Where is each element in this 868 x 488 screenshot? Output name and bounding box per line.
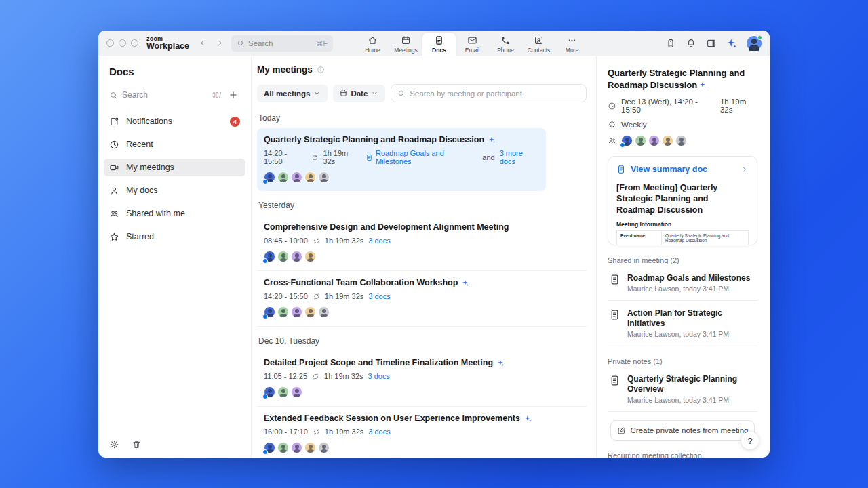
doc-preview-title: [From Meeting] Quarterly Strategic Plann… bbox=[616, 182, 749, 216]
minimize-window-button[interactable] bbox=[119, 39, 126, 47]
more-docs-link[interactable]: 3 more docs bbox=[500, 149, 539, 165]
tab-docs[interactable]: Docs bbox=[422, 33, 456, 56]
tab-meetings[interactable]: Meetings bbox=[389, 33, 422, 56]
traffic-lights[interactable] bbox=[106, 39, 138, 47]
sidebar-search-shortcut: ⌘/ bbox=[212, 91, 221, 99]
details-recurrence: Weekly bbox=[621, 121, 647, 129]
tab-home[interactable]: Home bbox=[356, 33, 389, 56]
nav-forward-button[interactable] bbox=[214, 37, 226, 49]
participant-avatars bbox=[264, 171, 539, 183]
tab-contacts[interactable]: Contacts bbox=[522, 33, 555, 56]
avatar bbox=[264, 171, 275, 183]
doc-item-meta: Maurice Lawson, today 3:41 PM bbox=[627, 330, 756, 338]
details-title: Quarterly Strategic Planning and Roadmap… bbox=[608, 67, 757, 91]
sidebar-item-label: My docs bbox=[126, 186, 158, 195]
global-search-input[interactable] bbox=[248, 39, 296, 47]
connected-device-icon[interactable] bbox=[665, 38, 676, 49]
meeting-title: Detailed Project Scope and Timeline Fina… bbox=[264, 358, 493, 367]
doc-icon bbox=[366, 154, 373, 161]
sidebar-item-notifications[interactable]: Notifications 4 bbox=[104, 113, 245, 130]
doc-link[interactable]: Roadmap Goals and Milestones bbox=[366, 149, 477, 165]
host-badge bbox=[262, 394, 268, 399]
doc-item-title: Action Plan for Strategic Initiatives bbox=[627, 308, 756, 328]
sidebar-item-my-meetings[interactable]: My meetings bbox=[104, 159, 245, 176]
help-button[interactable]: ? bbox=[741, 432, 759, 449]
calendar-icon bbox=[340, 89, 347, 97]
tab-contacts-label: Contacts bbox=[528, 47, 551, 54]
host-badge bbox=[620, 142, 625, 148]
settings-gear-icon[interactable] bbox=[109, 439, 119, 449]
details-avatars bbox=[621, 135, 689, 146]
zoom-workplace-logo: zoom Workplace bbox=[146, 36, 189, 51]
sidebar-search-input[interactable] bbox=[122, 90, 183, 100]
avatar bbox=[304, 171, 316, 183]
avatar bbox=[264, 251, 275, 262]
recurring-icon bbox=[313, 428, 320, 436]
avatar bbox=[277, 251, 289, 262]
ai-companion-icon[interactable] bbox=[726, 38, 737, 49]
filter-date-label: Date bbox=[351, 89, 368, 98]
meeting-card[interactable]: Cross-Functional Team Collaboration Work… bbox=[257, 271, 587, 327]
shared-in-meeting-header: Shared in meeting (2) bbox=[608, 256, 757, 264]
filter-all-meetings-label: All meetings bbox=[264, 89, 310, 98]
trash-icon[interactable] bbox=[132, 439, 142, 449]
app-tabs: Home Meetings Docs Email Phone Contacts bbox=[356, 30, 589, 56]
pencil-square-icon bbox=[617, 426, 626, 435]
sidebar-search[interactable]: ⌘/ bbox=[109, 90, 221, 100]
tab-phone[interactable]: Phone bbox=[489, 33, 522, 56]
recurring-collection-header: Recurring meeting collection bbox=[608, 451, 757, 458]
presence-dot bbox=[757, 35, 762, 40]
docs-link[interactable]: 3 docs bbox=[368, 237, 390, 245]
close-window-button[interactable] bbox=[106, 39, 114, 47]
meeting-time: 08:45 - 10:00 bbox=[264, 237, 308, 245]
docs-link[interactable]: 3 docs bbox=[368, 292, 390, 300]
zoom-window-button[interactable] bbox=[131, 39, 138, 47]
bell-icon[interactable] bbox=[686, 38, 696, 49]
shared-doc-item[interactable]: Action Plan for Strategic Initiatives Ma… bbox=[608, 301, 757, 346]
filter-all-meetings[interactable]: All meetings bbox=[257, 85, 328, 102]
meeting-time: 11:05 - 12:25 bbox=[264, 372, 307, 380]
ai-sparkle-icon bbox=[462, 279, 469, 287]
meeting-card-selected[interactable]: Quarterly Strategic Planning and Roadmap… bbox=[257, 128, 546, 191]
meeting-details-panel: Quarterly Strategic Planning and Roadmap… bbox=[597, 56, 770, 458]
help-label: ? bbox=[747, 436, 752, 446]
meeting-duration: 1h 19m 32s bbox=[323, 149, 361, 165]
sidebar-item-my-docs[interactable]: My docs bbox=[104, 182, 245, 199]
view-summary-doc-link[interactable]: View summary doc bbox=[616, 165, 749, 174]
tab-phone-label: Phone bbox=[497, 47, 514, 54]
view-summary-doc-label: View summary doc bbox=[631, 165, 707, 174]
sidebar-item-shared-with-me[interactable]: Shared with me bbox=[104, 205, 245, 222]
private-note-item[interactable]: Quarterly Strategic Planning Overview Ma… bbox=[608, 367, 757, 412]
new-doc-button[interactable] bbox=[226, 88, 240, 102]
sidebar-item-starred[interactable]: Starred bbox=[104, 228, 245, 245]
nav-back-button[interactable] bbox=[196, 37, 208, 49]
shared-doc-item[interactable]: Roadmap Goals and Milestones Maurice Law… bbox=[608, 266, 757, 301]
docs-link[interactable]: 3 docs bbox=[368, 428, 390, 436]
tab-more[interactable]: More bbox=[555, 33, 589, 56]
avatar bbox=[291, 386, 302, 398]
create-private-notes-button[interactable]: Create private notes from meeting bbox=[610, 420, 755, 441]
clock-icon bbox=[608, 102, 616, 110]
search-icon bbox=[109, 91, 118, 100]
meeting-card[interactable]: Comprehensive Design and Development Ali… bbox=[257, 216, 587, 271]
panel-toggle-icon[interactable] bbox=[706, 38, 717, 49]
notifications-icon bbox=[109, 117, 119, 127]
profile-avatar[interactable] bbox=[747, 36, 762, 51]
details-datetime: Dec 13 (Wed), 14:20 - 15:50 bbox=[621, 98, 711, 114]
meeting-card[interactable]: Detailed Project Scope and Timeline Fina… bbox=[257, 351, 587, 407]
sidebar-item-recent[interactable]: Recent bbox=[104, 136, 245, 153]
docs-link[interactable]: 3 docs bbox=[368, 372, 390, 380]
page-title: My meetings bbox=[257, 64, 313, 75]
meeting-search-input[interactable] bbox=[410, 89, 580, 98]
meeting-card[interactable]: Extended Feedback Session on User Experi… bbox=[257, 407, 587, 458]
avatar bbox=[635, 135, 646, 146]
filter-date[interactable]: Date bbox=[333, 85, 385, 102]
tab-email[interactable]: Email bbox=[456, 33, 489, 56]
host-badge bbox=[262, 179, 268, 184]
summary-doc-card[interactable]: View summary doc [From Meeting] Quarterl… bbox=[608, 156, 757, 245]
doc-preview[interactable]: [From Meeting] Quarterly Strategic Plann… bbox=[616, 182, 749, 245]
host-badge bbox=[262, 449, 268, 455]
info-icon[interactable] bbox=[317, 66, 325, 74]
global-search[interactable]: ⌘F bbox=[231, 35, 333, 52]
meeting-search[interactable] bbox=[391, 84, 587, 102]
